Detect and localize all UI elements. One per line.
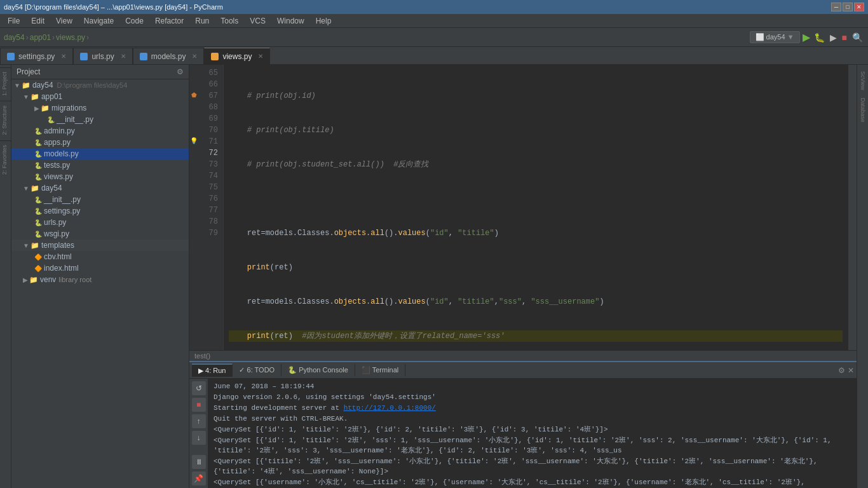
tree-templates[interactable]: ▼ 📁 templates	[11, 240, 189, 251]
rerun-button[interactable]: ↺	[192, 381, 206, 395]
tree-init-migrations[interactable]: 🐍 __init__.py	[11, 114, 189, 125]
tree-venv[interactable]: ▶ 📁 venv library root	[11, 274, 189, 285]
urls-tab-label: urls.py	[92, 52, 114, 61]
settings-tab-close[interactable]: ✕	[61, 53, 66, 60]
tab-todo[interactable]: ✓ 6: TODO	[233, 364, 281, 376]
breadcrumb-views[interactable]: views.py	[56, 33, 85, 42]
database-panel-btn[interactable]: Database	[858, 94, 867, 126]
console-line-7: <QuerySet [{'titile': '2班', 'sss__userna…	[214, 456, 851, 477]
tab-settings[interactable]: settings.py ✕	[0, 48, 73, 64]
scroll-up-button[interactable]: ↑	[192, 414, 206, 428]
menu-code[interactable]: Code	[120, 15, 149, 27]
window-controls: ─ □ ✕	[831, 3, 864, 11]
minimize-button[interactable]: ─	[831, 3, 841, 11]
bottom-settings-icon[interactable]: ⚙	[838, 366, 845, 375]
menu-view[interactable]: View	[51, 15, 78, 27]
urls-tab-icon	[80, 53, 88, 60]
menu-file[interactable]: File	[3, 15, 25, 27]
console-output[interactable]: June 07, 2018 – 18:19:44 Django version …	[208, 379, 857, 488]
init-py-label: __init__.py	[57, 115, 93, 124]
gutter-74	[189, 170, 198, 182]
menu-refactor[interactable]: Refactor	[150, 15, 189, 27]
stop-run-button[interactable]: ■	[192, 398, 206, 412]
tree-urls[interactable]: 🐍 urls.py	[11, 217, 189, 228]
console-line-1: June 07, 2018 – 18:19:44	[214, 381, 851, 391]
right-scrollbar[interactable]	[848, 65, 857, 350]
tree-models[interactable]: 🐍 models.py	[11, 148, 189, 159]
code-content[interactable]: # print(obj.id) # print(obj.titile) # pr…	[224, 65, 848, 350]
models-tab-close[interactable]: ✕	[192, 53, 197, 60]
gutter-68	[189, 102, 198, 113]
init-day54-label: __init__.py	[44, 195, 81, 204]
run-config-label: ⬜ day54 ▼	[750, 31, 800, 43]
line-num-71: 71	[201, 136, 218, 147]
soft-wrap-button[interactable]: ⏸	[192, 455, 206, 469]
menu-bar: File Edit View Navigate Code Refactor Ru…	[0, 14, 868, 28]
scroll-down-button[interactable]: ↓	[192, 431, 206, 445]
tree-wsgi[interactable]: 🐍 wsgi.py	[11, 228, 189, 240]
tree-apps[interactable]: 🐍 apps.py	[11, 137, 189, 148]
tree-settings[interactable]: 🐍 settings.py	[11, 205, 189, 217]
tests-icon: 🐍	[34, 162, 42, 169]
menu-help[interactable]: Help	[311, 15, 337, 27]
tree-init-day54[interactable]: 🐍 __init__.py	[11, 194, 189, 205]
menu-navigate[interactable]: Navigate	[79, 15, 119, 27]
menu-window[interactable]: Window	[272, 15, 309, 27]
views-tab-close[interactable]: ✕	[258, 53, 263, 60]
models-icon: 🐍	[34, 151, 42, 158]
tree-day54-folder[interactable]: ▼ 📁 day54	[11, 182, 189, 194]
tab-python-console[interactable]: 🐍 Python Console	[281, 364, 355, 376]
tree-migrations[interactable]: ▶ 📁 migrations	[11, 102, 189, 114]
server-url[interactable]: http://127.0.0.1:8000/	[344, 404, 436, 412]
tree-index[interactable]: 🔶 index.html	[11, 262, 189, 274]
urls-tab-close[interactable]: ✕	[121, 53, 126, 60]
tab-run[interactable]: ▶ 4: Run	[192, 363, 233, 377]
dropdown-icon[interactable]: ▼	[787, 33, 794, 41]
stop-button[interactable]: ■	[841, 31, 848, 44]
tab-models[interactable]: models.py ✕	[133, 48, 205, 64]
menu-run[interactable]: Run	[190, 15, 214, 27]
debug-button[interactable]: 🐛	[813, 31, 826, 44]
day54-root-path: D:\program files\day54	[57, 81, 128, 89]
tab-views[interactable]: views.py ✕	[204, 48, 270, 64]
tree-cbv[interactable]: 🔶 cbv.html	[11, 251, 189, 262]
code-area[interactable]: ⬟ 💡 65 66 67	[189, 65, 857, 350]
tree-views[interactable]: 🐍 views.py	[11, 171, 189, 182]
scmview-panel-btn[interactable]: ScView	[858, 67, 867, 94]
tab-urls[interactable]: urls.py ✕	[73, 48, 132, 64]
tree-day54-root[interactable]: ▼ 📁 day54 D:\program files\day54	[11, 79, 189, 91]
cbv-label: cbv.html	[44, 252, 72, 261]
console-line-5: <QuerySet [{'id': 1, 'titile': '2班'}, {'…	[214, 424, 851, 435]
run-button[interactable]: ▶	[803, 31, 810, 43]
models-tab-icon	[140, 53, 147, 60]
structure-panel-btn[interactable]: 2: Structure	[0, 101, 11, 139]
menu-edit[interactable]: Edit	[26, 15, 50, 27]
breadcrumb-app01[interactable]: app01	[30, 33, 51, 42]
index-label: index.html	[44, 264, 79, 273]
tree-app01[interactable]: ▼ 📁 app01	[11, 91, 189, 102]
search-button[interactable]: 🔍	[851, 31, 864, 44]
toolbar-right: ⬜ day54 ▼ ▶ 🐛 ▶ ■ 🔍	[750, 31, 864, 44]
maximize-button[interactable]: □	[843, 3, 853, 11]
tree-tests[interactable]: 🐍 tests.py	[11, 159, 189, 171]
menu-tools[interactable]: Tools	[215, 15, 243, 27]
project-gear-icon[interactable]: ⚙	[177, 67, 184, 76]
bottom-tab-bar: ▶ 4: Run ✓ 6: TODO 🐍 Python Console ⬛ Te…	[189, 362, 857, 379]
bottom-panel-controls: ⚙ ✕	[838, 366, 854, 375]
close-button[interactable]: ✕	[854, 3, 864, 11]
migrations-icon: 📁	[41, 104, 50, 112]
pin-tab-button[interactable]: 📌	[192, 471, 206, 485]
bottom-close-icon[interactable]: ✕	[848, 366, 854, 375]
coverage-button[interactable]: ▶	[829, 31, 838, 44]
favorites-panel-btn[interactable]: 2: Favorites	[0, 140, 11, 179]
tab-terminal[interactable]: ⬛ Terminal	[355, 364, 405, 376]
views-tab-label: views.py	[222, 52, 252, 61]
code-line-70: print(ret)	[229, 262, 843, 273]
gutter-69	[189, 113, 198, 125]
tree-admin[interactable]: 🐍 admin.py	[11, 125, 189, 137]
toolbar: day54 › app01 › views.py › ⬜ day54 ▼ ▶ 🐛…	[0, 28, 868, 47]
project-panel-btn[interactable]: 1: Project	[0, 67, 11, 100]
menu-vcs[interactable]: VCS	[245, 15, 271, 27]
breadcrumb-day54[interactable]: day54	[4, 33, 25, 42]
day54-root-label: day54	[32, 81, 53, 90]
